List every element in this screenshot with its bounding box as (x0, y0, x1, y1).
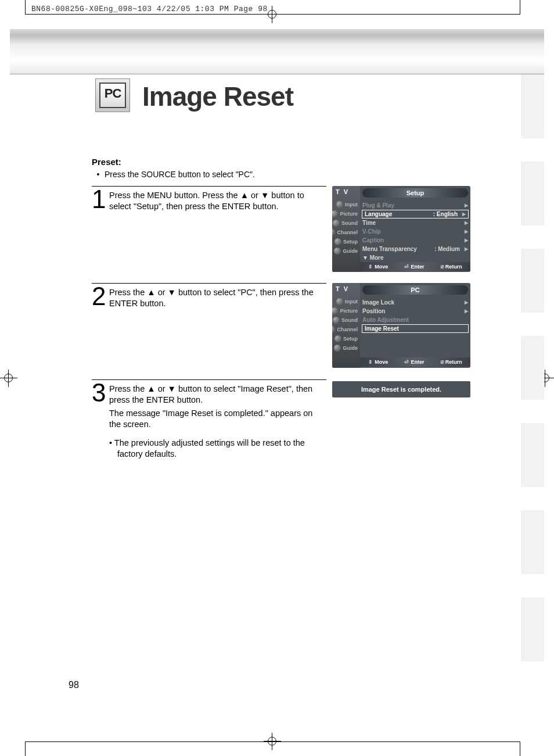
osd-side-picture: Picture (340, 211, 358, 217)
osd-row-menutrans: Menu Transparency: Medium▶ (360, 245, 470, 253)
osd-footer: ⇕Move ⏎Enter ⎚Return (360, 262, 470, 271)
osd-row-time: Time▶ (360, 218, 470, 227)
step-number: 1 (92, 187, 106, 212)
page-title: Image Reset (142, 81, 293, 112)
header-band (10, 29, 544, 74)
preset-label: Preset: (92, 157, 255, 167)
osd-side-sound: Sound (341, 220, 358, 226)
preset-bullet-text: Press the SOURCE button to select "PC". (105, 170, 255, 179)
osd-side-channel: Channel (337, 327, 358, 332)
osd-side-channel: Channel (337, 230, 358, 235)
step-3-text1: Press the ▲ or ▼ button to select "Image… (109, 384, 326, 406)
step-3: 3 Press the ▲ or ▼ button to select "Ima… (92, 379, 326, 462)
osd-row-imagelock: Image Lock▶ (360, 298, 470, 307)
osd-row-caption: Caption▶ (360, 236, 470, 245)
osd-side-guide: Guide (343, 248, 358, 254)
osd-side-sound: Sound (341, 317, 358, 323)
preset-block: Preset: •Press the SOURCE button to sele… (92, 157, 255, 179)
osd-side-setup: Setup (343, 336, 358, 342)
osd-side-picture: Picture (340, 308, 358, 314)
osd-row-more: ▼ More (360, 253, 470, 262)
step-2: 2 Press the ▲ or ▼ button to select "PC"… (92, 283, 326, 311)
registration-mark (264, 733, 281, 750)
pc-icon: PC (95, 78, 130, 112)
step-number: 2 (92, 284, 106, 309)
osd-row-plugplay: Plug & Play▶ (360, 201, 470, 210)
osd-tv-label: T V (332, 283, 360, 297)
osd-side-input: Input (345, 299, 358, 304)
osd-side-setup: Setup (343, 239, 358, 245)
osd-row-position: Position▶ (360, 307, 470, 316)
step-3-bullet: • The previously adjusted settings will … (109, 438, 326, 460)
osd-row-vchip: V-Chip▶ (360, 227, 470, 236)
step-3-text2: The message "Image Reset is completed." … (109, 408, 326, 430)
step-2-text: Press the ▲ or ▼ button to select "PC", … (109, 287, 326, 309)
preset-bullet: •Press the SOURCE button to select "PC". (92, 170, 255, 179)
osd-row-imagereset: Image Reset (362, 324, 469, 333)
osd-row-language: Language: English▶ (362, 210, 469, 218)
pc-icon-label: PC (96, 86, 129, 101)
osd-message-box: Image Reset is completed. (332, 381, 470, 397)
print-job-header: BN68-00825G-X0Eng_098~103 4/22/05 1:03 P… (31, 5, 268, 13)
step-1: 1 Press the MENU button. Press the ▲ or … (92, 186, 326, 214)
osd-title: Setup (362, 188, 468, 198)
osd-title: PC (362, 285, 468, 295)
osd-side-input: Input (345, 202, 358, 207)
page-number: 98 (69, 680, 79, 690)
osd-footer: ⇕Move ⏎Enter ⎚Return (360, 357, 470, 367)
osd-side-guide: Guide (343, 345, 358, 351)
registration-mark (537, 370, 554, 387)
osd-setup-menu: T V Input Picture Sound Channel Setup Gu… (332, 186, 470, 272)
step-number: 3 (92, 380, 106, 406)
osd-row-autoadjust: Auto Adjustment (360, 316, 470, 324)
osd-pc-menu: T V Input Picture Sound Channel Setup Gu… (332, 283, 470, 368)
side-tab-ghost (521, 74, 544, 727)
osd-tv-label: T V (332, 186, 360, 200)
step-1-text: Press the MENU button. Press the ▲ or ▼ … (109, 190, 326, 212)
registration-mark (0, 370, 17, 387)
